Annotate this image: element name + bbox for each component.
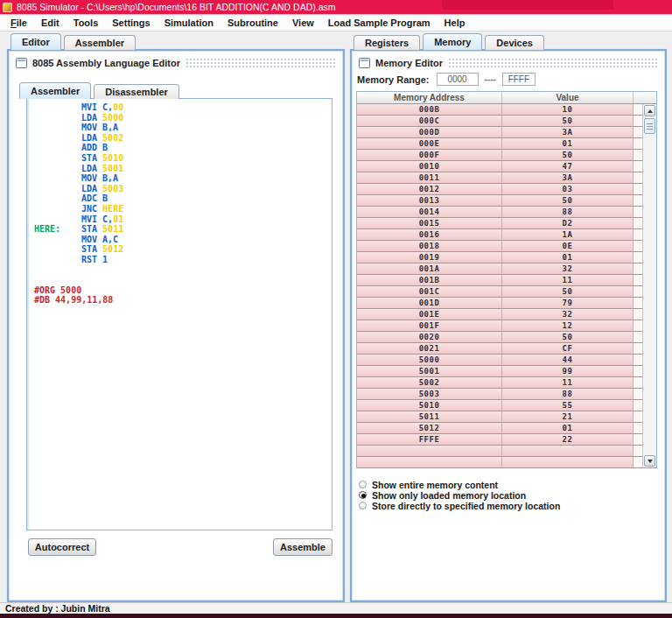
memory-value-cell[interactable]: 47 [502,161,634,172]
memory-address-cell[interactable]: 0020 [357,332,502,342]
radio-option-store-directly-to-specified-memory-location[interactable]: Store directly to specified memory locat… [359,501,560,510]
memory-value-cell[interactable]: 3A [502,172,634,183]
tab-assembler[interactable]: Assembler [64,35,136,50]
memory-value-cell[interactable]: 50 [502,116,634,126]
memory-address-cell[interactable]: 5011 [357,411,502,422]
memory-address-cell[interactable]: 000E [357,138,502,149]
autocorrect-button[interactable]: Autocorrect [28,538,96,556]
tab-devices[interactable]: Devices [485,35,544,50]
memory-value-cell[interactable]: 32 [502,309,634,320]
memory-range-from-input[interactable] [437,73,479,86]
code-area[interactable]: MVI C,00LDA 5000MOV B,ALDA 5002ADD BSTA … [26,98,332,530]
menu-item-file[interactable]: File [4,15,34,32]
memory-value-cell[interactable]: 88 [502,389,634,399]
column-header-value[interactable]: Value [502,92,634,103]
memory-value-cell[interactable]: 12 [502,320,634,331]
memory-address-cell[interactable]: 0012 [357,184,502,194]
memory-value-cell[interactable]: 03 [502,184,634,194]
memory-address-cell[interactable]: 001C [357,286,502,297]
menu-item-simulation[interactable]: Simulation [158,15,220,32]
column-header-memory-address[interactable]: Memory Address [357,92,502,103]
memory-value-cell[interactable]: 10 [502,104,634,115]
radio-option-show-entire-memory-content[interactable]: Show entire memory content [359,480,560,489]
memory-value-cell[interactable]: 55 [502,400,634,411]
memory-address-cell[interactable]: 000C [357,116,502,126]
memory-address-cell[interactable]: 5012 [357,423,502,433]
memory-value-cell[interactable]: 3A [502,127,634,137]
memory-address-cell[interactable]: 5002 [357,377,502,388]
memory-address-cell[interactable]: FFFE [357,434,502,445]
menu-item-edit[interactable]: Edit [34,15,66,32]
memory-address-cell[interactable]: 000B [357,104,502,115]
menu-item-load-sample-program[interactable]: Load Sample Program [321,15,438,32]
memory-value-cell[interactable]: 21 [502,411,634,422]
memory-address-cell[interactable]: 0016 [357,229,502,240]
code-line: ADD B [27,143,332,153]
memory-value-cell[interactable]: 1A [502,229,634,240]
memory-value-cell[interactable]: 50 [502,286,634,297]
memory-address-cell[interactable]: 5003 [357,389,502,399]
memory-address-cell[interactable]: 000F [357,150,502,160]
memory-value-cell[interactable]: 01 [502,138,634,149]
menu-item-settings[interactable]: Settings [105,15,157,32]
memory-address-cell[interactable]: 001D [357,298,502,308]
menu-item-view[interactable]: View [285,15,321,32]
memory-address-cell[interactable]: 001B [357,275,502,285]
memory-address-cell[interactable]: 0010 [357,161,502,172]
memory-address-cell[interactable]: 001A [357,263,502,274]
inner-tab-disassembler[interactable]: Disassembler [94,84,179,99]
menu-item-subroutine[interactable]: Subroutine [220,15,285,32]
radio-button-icon[interactable] [359,491,367,499]
memory-value-cell[interactable]: 50 [502,150,634,160]
memory-range-to-input[interactable] [502,73,536,86]
memory-value-cell[interactable]: D2 [502,218,634,228]
radio-button-icon[interactable] [359,481,367,488]
tab-registers[interactable]: Registers [354,35,420,50]
memory-value-cell[interactable]: 0E [502,241,634,251]
memory-value-cell[interactable]: 01 [502,252,634,263]
memory-value-cell[interactable]: 50 [502,332,634,342]
memory-value-cell[interactable]: 79 [502,298,634,308]
memory-value-cell[interactable]: 50 [502,195,634,206]
memory-address-cell[interactable]: 0011 [357,172,502,183]
radio-button-icon[interactable] [359,502,367,509]
memory-address-cell[interactable]: 0015 [357,218,502,228]
memory-value-cell[interactable]: 01 [502,423,634,433]
tab-editor[interactable]: Editor [10,33,61,50]
memory-address-cell[interactable]: 000D [357,127,502,137]
memory-address-cell[interactable]: 5010 [357,400,502,411]
menu-item-tools[interactable]: Tools [66,15,106,32]
memory-address-cell[interactable] [357,457,502,467]
assemble-button[interactable]: Assemble [273,538,332,556]
memory-value-cell[interactable]: 32 [502,263,634,274]
menu-item-help[interactable]: Help [438,15,472,32]
memory-address-cell[interactable]: 0014 [357,207,502,217]
scrollbar-thumb[interactable] [644,118,655,134]
memory-address-cell[interactable]: 0021 [357,343,502,354]
memory-range-row: Memory Range: ---- [357,72,536,87]
memory-address-cell[interactable]: 5001 [357,366,502,376]
memory-address-cell[interactable] [357,446,502,456]
memory-value-cell[interactable]: CF [502,343,634,354]
tab-memory[interactable]: Memory [423,33,482,50]
memory-value-cell[interactable]: 22 [502,434,634,445]
memory-address-cell[interactable]: 001F [357,320,502,331]
memory-value-cell[interactable]: 88 [502,207,634,217]
memory-address-cell[interactable]: 5000 [357,355,502,365]
memory-table-scrollbar[interactable] [642,104,656,467]
memory-value-cell[interactable]: 11 [502,275,634,285]
scroll-down-button[interactable] [644,455,655,467]
memory-value-cell[interactable]: 11 [502,377,634,388]
memory-value-cell[interactable] [502,446,634,456]
memory-address-cell[interactable]: 0018 [357,241,502,251]
scroll-up-button[interactable] [644,105,655,116]
memory-value-cell[interactable]: 44 [502,355,634,365]
code-text: STA 5012 [81,244,123,255]
radio-option-show-only-loaded-memory-location[interactable]: Show only loaded memory location [359,490,560,500]
memory-address-cell[interactable]: 0013 [357,195,502,206]
memory-value-cell[interactable]: 99 [502,366,634,376]
inner-tab-assembler[interactable]: Assembler [19,82,91,99]
memory-address-cell[interactable]: 0019 [357,252,502,263]
memory-address-cell[interactable]: 001E [357,309,502,320]
memory-value-cell[interactable] [502,457,634,467]
